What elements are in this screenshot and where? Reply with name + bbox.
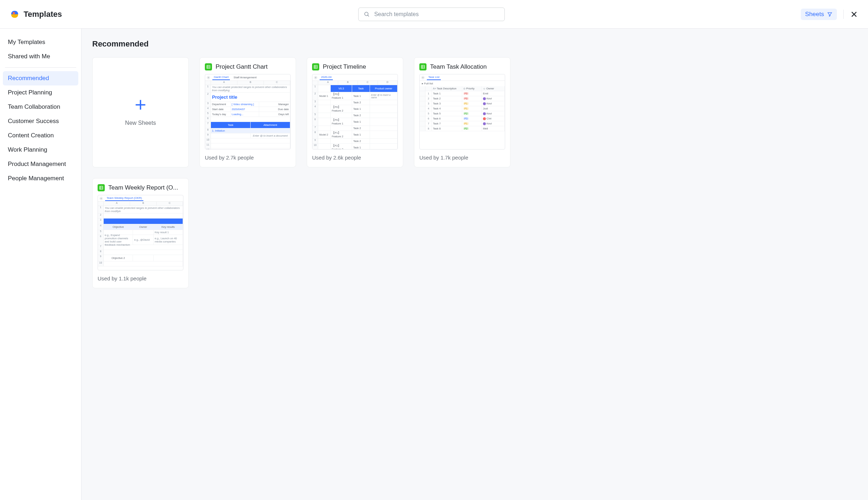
card-usage: Used by 1.7k people (414, 149, 510, 167)
divider (843, 10, 844, 19)
template-card-gantt[interactable]: Project Gantt Chart Gantt Chart Staff Ar… (199, 57, 296, 167)
sheets-icon (205, 63, 212, 70)
card-usage: Used by 1.1k people (93, 270, 188, 288)
expand-toggle: ▸ Full list (420, 81, 505, 86)
sidebar-category-item[interactable]: Work Planning (3, 143, 78, 157)
card-title: Team Task Allocation (430, 63, 487, 70)
filter-icon (827, 11, 833, 17)
template-card-timeline[interactable]: Project Timeline 2020-04 A B C D 1V0.3Ta… (307, 57, 403, 167)
gear-icon (99, 197, 103, 200)
svg-point-26 (101, 198, 102, 199)
svg-rect-12 (314, 65, 317, 69)
page-title: Templates (24, 10, 62, 19)
preview-tab: Task List (427, 75, 441, 80)
search-icon (364, 11, 370, 18)
card-title: Team Weekly Report (O... (108, 184, 178, 191)
filter-sheets-button[interactable]: Sheets (801, 9, 837, 20)
svg-point-16 (315, 77, 316, 78)
svg-point-21 (423, 77, 424, 78)
header-center (69, 8, 794, 21)
sidebar-item[interactable]: Shared with Me (3, 49, 78, 64)
header: Templates Sheets (0, 0, 868, 29)
sheets-icon (312, 63, 319, 70)
body: My TemplatesShared with Me RecommendedPr… (0, 29, 868, 500)
new-sheets-label: New Sheets (125, 120, 156, 126)
svg-rect-7 (207, 65, 210, 69)
card-header: Project Gantt Chart (200, 58, 296, 74)
preview-tab: Team Weekly Report (OKR) (105, 196, 143, 201)
card-header: Team Task Allocation (414, 58, 510, 74)
card-preview: Gantt Chart Staff Arrangement A B C 1You… (205, 74, 291, 149)
card-header: Project Timeline (307, 58, 403, 74)
app-logo-icon (10, 10, 19, 19)
preview-tab: 2020-04 (320, 75, 333, 80)
sheets-icon (98, 184, 105, 191)
gear-icon (421, 76, 425, 79)
sidebar-category-item[interactable]: Content Creation (3, 128, 78, 143)
sidebar-category-item[interactable]: Recommended (3, 71, 78, 85)
plus-icon (134, 98, 147, 111)
card-preview: 2020-04 A B C D 1V0.3TaskProduct owner2M… (312, 74, 398, 149)
template-grid: New Sheets Project Gantt Chart Gantt Cha… (92, 57, 857, 288)
svg-point-0 (13, 12, 15, 14)
header-right: Sheets (801, 9, 858, 20)
new-sheets-card[interactable]: New Sheets (92, 57, 189, 167)
section-title: Recommended (92, 39, 857, 49)
sidebar-separator (5, 67, 76, 68)
template-card-weekly-report[interactable]: Team Weekly Report (O... Team Weekly Rep… (92, 178, 189, 288)
card-header: Team Weekly Report (O... (93, 178, 188, 195)
card-title: Project Timeline (323, 63, 366, 70)
card-usage: Used by 2.7k people (200, 149, 296, 167)
gear-icon (207, 76, 210, 79)
search-input[interactable] (374, 11, 499, 18)
svg-line-2 (368, 15, 369, 16)
svg-point-11 (208, 77, 209, 78)
gear-icon (314, 76, 317, 79)
filter-label: Sheets (805, 11, 824, 18)
card-preview: Task List ▸ Full list A≡Task Description… (419, 74, 505, 149)
card-title: Project Gantt Chart (216, 63, 268, 70)
sidebar-item[interactable]: My Templates (3, 35, 78, 49)
close-icon[interactable] (850, 10, 858, 18)
template-card-task-allocation[interactable]: Team Task Allocation Task List ▸ Full li… (414, 57, 511, 167)
preview-tab: Staff Arrangement (232, 75, 258, 80)
sidebar-category-item[interactable]: Product Management (3, 157, 78, 171)
sidebar: My TemplatesShared with Me RecommendedPr… (0, 29, 82, 500)
card-usage: Used by 2.6k people (307, 149, 403, 167)
sidebar-category-item[interactable]: People Management (3, 171, 78, 186)
sidebar-category-item[interactable]: Customer Success (3, 114, 78, 128)
sidebar-category-item[interactable]: Project Planning (3, 85, 78, 100)
svg-rect-17 (421, 65, 425, 69)
sidebar-category-item[interactable]: Team Collaboration (3, 100, 78, 114)
svg-point-1 (365, 12, 368, 16)
svg-rect-22 (100, 186, 103, 190)
preview-tab: Gantt Chart (212, 75, 230, 80)
sheets-icon (419, 63, 426, 70)
card-preview: Team Weekly Report (OKR) A B C 1You can … (98, 195, 183, 270)
main-content: Recommended New Sheets Project Gantt Cha… (82, 29, 868, 500)
header-left: Templates (10, 10, 62, 19)
search-box[interactable] (358, 8, 505, 21)
